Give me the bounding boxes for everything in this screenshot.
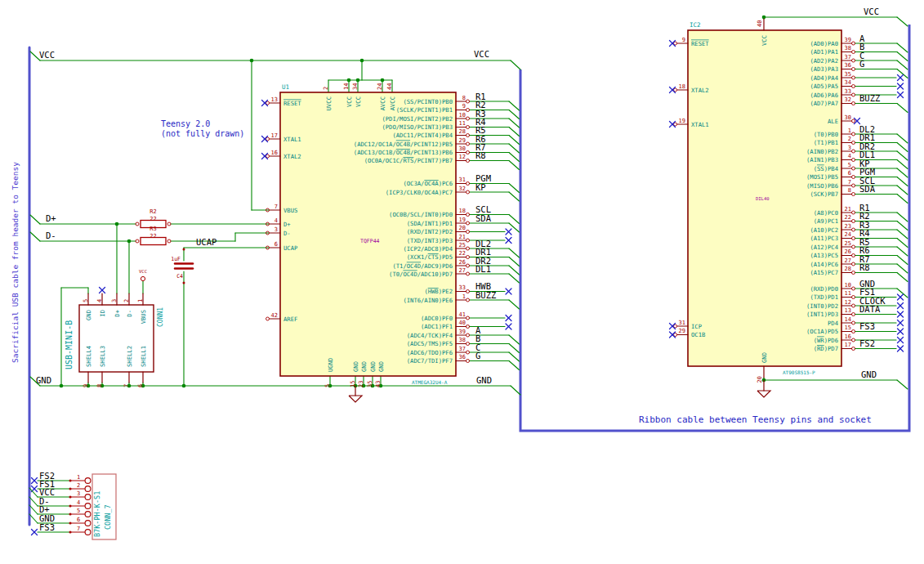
text-segment: 43 [375, 381, 382, 387]
net-label-vcc[interactable]: VCC [864, 7, 879, 16]
pin-name: SHELL4 [85, 346, 92, 367]
text-segment: 7 [275, 204, 278, 210]
text-segment: )PE2 [439, 288, 453, 295]
text-segment: 22 [845, 214, 851, 221]
text-segment: (T0/ [389, 271, 403, 278]
ic2-at90s8515[interactable]: IC2AT90S8515-PDIL409RESET18XTAL219XTAL13… [670, 19, 855, 383]
text-segment: /ADC10)PD7 [417, 271, 453, 278]
text-segment: 40 [757, 20, 763, 27]
pin-name: (WR)PD6 [814, 337, 838, 344]
resistor[interactable]: R222 [136, 208, 171, 228]
text-segment: U1 [282, 83, 289, 91]
text-segment: /PCINT13)PB6 [410, 149, 453, 156]
net-label-vcc[interactable]: VCC [39, 50, 55, 60]
resistor-value: 22 [150, 216, 156, 222]
bus-entry-icon [30, 232, 40, 241]
teensy-note[interactable]: Teensy 2.0 [161, 119, 210, 128]
resistor[interactable]: R322 [136, 226, 171, 245]
net-label-gnd[interactable]: GND [36, 375, 51, 385]
text-segment: 38 [845, 45, 851, 51]
schematic-canvas[interactable]: R222R3221uFC4USB-MINI-BCONN15GND4ID3D+2D… [0, 0, 924, 564]
pin-name: ICP [691, 323, 702, 330]
conn1-usb-connector[interactable]: USB-MINI-BCONN15GND4ID3D+2D-1VBUS9SHELL4… [65, 288, 164, 388]
pin-number: 23 [358, 381, 364, 387]
text-segment: (MISO)PB6 [806, 182, 838, 190]
text-segment: 33 [459, 284, 466, 291]
pin-name: XTAL1 [283, 136, 301, 143]
net-label-gnd[interactable]: GND [476, 375, 492, 385]
pin-pad [85, 521, 91, 526]
pin-name: XTAL1 [691, 121, 709, 128]
net-label-vcc[interactable]: VCC [474, 49, 489, 59]
pin-number: 40 [459, 320, 466, 326]
pin-number: 3 [77, 490, 80, 497]
net-label-ucap[interactable]: UCAP [196, 237, 216, 247]
net-label-fs3[interactable]: FS3 [859, 321, 875, 331]
text-segment: OC4D [407, 262, 421, 270]
net-label-dminus[interactable]: D- [46, 231, 56, 240]
pin-number: 1 [462, 293, 466, 300]
text-segment: 37 [459, 346, 466, 352]
text-segment: 8 [96, 384, 103, 387]
net-label-buzz[interactable]: BUZZ [475, 290, 496, 300]
pin-number: 38 [845, 45, 851, 51]
bus-entry-icon [509, 110, 520, 119]
junction-dot [60, 384, 64, 388]
net-label-kp[interactable]: KP [475, 182, 486, 192]
pin-name: (AD5)PA5 [810, 83, 838, 90]
text-segment: BUZZ [475, 290, 496, 300]
pin-name: (SCK)PB7 [810, 190, 838, 198]
net-label-g[interactable]: G [859, 59, 864, 69]
bus-entry-icon [509, 119, 520, 128]
net-label-r8[interactable]: R8 [859, 262, 870, 272]
text-segment: 1 [462, 293, 466, 300]
text-segment: 26 [845, 248, 851, 255]
teensy-note-line2[interactable]: (not fully drawn) [161, 129, 244, 138]
pin-name: (MISO)PB6 [806, 182, 838, 190]
net-label-gnd[interactable]: GND [861, 369, 877, 379]
text-segment: (T1/ [392, 262, 406, 270]
net-label-fs3[interactable]: FS3 [39, 522, 55, 532]
text-segment: 40 [459, 320, 466, 326]
net-label-g[interactable]: G [475, 351, 480, 360]
conn7-header[interactable]: B7K-PH-K-S1CONN_71234567 [69, 474, 117, 539]
pin-number: 9 [83, 384, 89, 387]
pin-name: (ICP2/ADC8)PD4 [403, 245, 453, 253]
text-segment: IC2 [690, 21, 701, 29]
text-segment: GND [861, 369, 877, 379]
bus-entry-icon [897, 151, 908, 160]
text-segment: 10 [845, 282, 851, 289]
vcc-circle [141, 276, 145, 280]
net-label-dplus[interactable]: D+ [46, 213, 56, 223]
text-segment: 13 [271, 96, 278, 103]
u1-atmega32u4[interactable]: U1ATMEGA32U4-ATQFP4413RESET17XTAL116XTAL… [262, 83, 470, 387]
text-segment: 7 [848, 179, 851, 186]
pin-pad [85, 504, 91, 509]
net-label-sda[interactable]: SDA [859, 184, 876, 194]
pin-number: 4 [275, 217, 278, 224]
text-segment: 7 [123, 384, 130, 387]
net-label-data[interactable]: DATA [859, 304, 881, 314]
net-label-dl1[interactable]: DL1 [475, 264, 491, 274]
net-label-r8[interactable]: R8 [475, 150, 486, 160]
pin-number: 18 [679, 83, 685, 90]
pin-number: 35 [845, 71, 851, 78]
text-segment: 18 [679, 83, 685, 90]
text-segment: (A10)PC2 [810, 226, 838, 234]
bus-entry-icon [509, 335, 520, 344]
text-segment: VCC [864, 7, 879, 16]
ribbon-cable-note[interactable]: Ribbon cable between Teensy pins and soc… [639, 414, 872, 425]
net-label-buzz[interactable]: BUZZ [859, 93, 880, 103]
text-segment: (RXD)PD0 [810, 285, 838, 293]
text-segment: AVCC [379, 96, 386, 110]
sacrificial-usb-note[interactable]: Sacrificial USB cable from header to Tee… [11, 162, 20, 363]
net-label-sda[interactable]: SDA [475, 213, 492, 223]
capacitor[interactable]: 1uFC4 [171, 248, 193, 284]
text-segment: 13 [845, 307, 851, 314]
pin-name: (ADC7/TDI)PF7 [407, 357, 453, 365]
text-segment: D+ [114, 309, 121, 316]
junction-dot [381, 78, 385, 83]
text-segment: (INT1)PD3 [806, 311, 838, 318]
text-segment: (TXD)PD1 [810, 293, 838, 301]
net-label-fs2[interactable]: FS2 [859, 338, 875, 348]
